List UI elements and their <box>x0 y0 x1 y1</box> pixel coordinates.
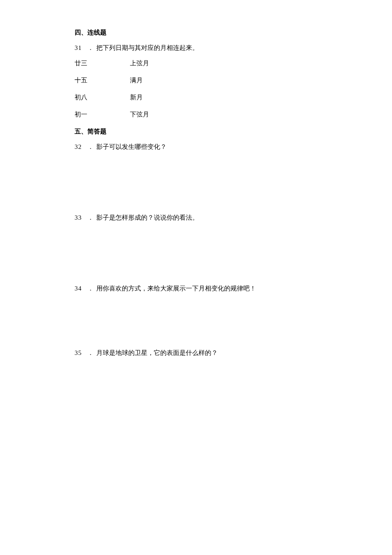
matching-row-1: 廿三 上弦月 <box>75 58 317 68</box>
matching-right-4: 下弦月 <box>130 109 317 119</box>
question-31: 31 ． 把下列日期与其对应的月相连起来。 <box>75 43 317 53</box>
question-33-number: 33 <box>75 212 87 223</box>
matching-right-1: 上弦月 <box>130 58 317 68</box>
question-33-dot: ． <box>87 212 94 223</box>
matching-left-1: 廿三 <box>75 58 130 68</box>
answer-space-33 <box>75 228 317 283</box>
question-34-number: 34 <box>75 283 87 293</box>
question-31-number: 31 <box>75 43 87 53</box>
matching-left-3: 初八 <box>75 92 130 102</box>
question-33-text: 影子是怎样形成的？说说你的看法。 <box>96 212 317 223</box>
question-35-text: 月球是地球的卫星，它的表面是什么样的？ <box>96 348 317 358</box>
matching-row-2: 十五 满月 <box>75 75 317 85</box>
question-35-number: 35 <box>75 348 87 358</box>
matching-right-2: 满月 <box>130 75 317 85</box>
matching-left-4: 初一 <box>75 109 130 119</box>
section-4-heading: 四、连线题 <box>75 27 317 38</box>
question-35: 35 ． 月球是地球的卫星，它的表面是什么样的？ <box>75 348 317 358</box>
question-34-dot: ． <box>87 283 94 293</box>
section-5-heading: 五、简答题 <box>75 126 317 137</box>
matching-left-2: 十五 <box>75 75 130 85</box>
matching-right-3: 新月 <box>130 92 317 102</box>
question-32-text: 影子可以发生哪些变化？ <box>96 142 317 152</box>
question-32-dot: ． <box>87 142 94 152</box>
question-34: 34 ． 用你喜欢的方式，来给大家展示一下月相变化的规律吧！ <box>75 283 317 293</box>
answer-space-32 <box>75 157 317 212</box>
matching-row-3: 初八 新月 <box>75 92 317 102</box>
matching-row-4: 初一 下弦月 <box>75 109 317 119</box>
question-33: 33 ． 影子是怎样形成的？说说你的看法。 <box>75 212 317 223</box>
question-34-text: 用你喜欢的方式，来给大家展示一下月相变化的规律吧！ <box>96 283 317 293</box>
question-31-text: 把下列日期与其对应的月相连起来。 <box>96 43 317 53</box>
question-31-dot: ． <box>87 43 94 53</box>
question-35-dot: ． <box>87 348 94 358</box>
question-32-number: 32 <box>75 142 87 152</box>
answer-space-34 <box>75 299 317 348</box>
question-32: 32 ． 影子可以发生哪些变化？ <box>75 142 317 152</box>
